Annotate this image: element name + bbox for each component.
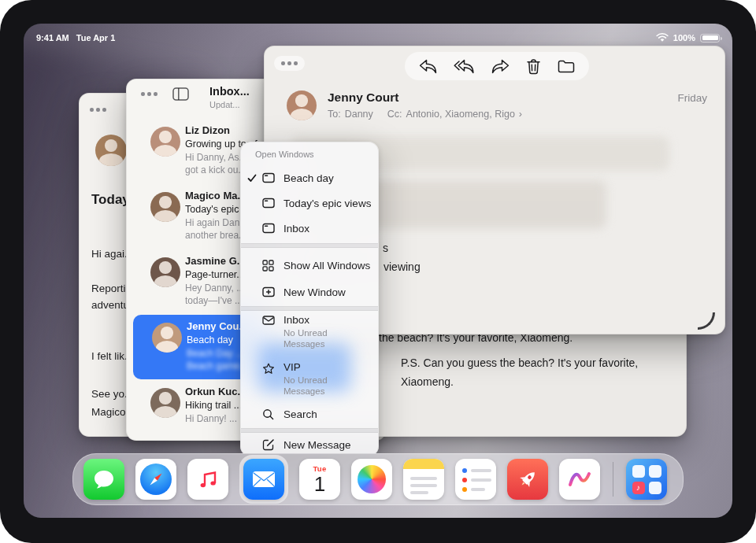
mail-app-icon[interactable] <box>243 459 284 500</box>
battery-icon <box>700 34 720 42</box>
message-recipients[interactable]: To: Danny Cc: Antonio, Xiaomeng, Rigo › <box>328 109 522 120</box>
message-preview: Hey Danny, ... <box>185 283 244 294</box>
message-sender-name: Jenny Court <box>328 90 398 105</box>
music-app-icon[interactable] <box>187 459 228 500</box>
menu-separator <box>241 243 378 248</box>
cc-label: Cc: <box>387 109 402 120</box>
menu-item-label: Inbox <box>284 223 309 235</box>
avatar <box>150 127 180 157</box>
message-date: Friday <box>677 92 707 104</box>
battery-percent: 100% <box>673 33 695 42</box>
menu-item-search[interactable]: Search <box>241 402 378 426</box>
sidebar-toggle-icon[interactable] <box>172 87 189 101</box>
body-text: P.S. Can you guess the beach? It's your … <box>401 356 638 369</box>
safari-app-icon[interactable] <box>135 459 176 500</box>
message-sender: Jasmine G... <box>185 255 246 267</box>
message-preview: another brea... <box>185 230 246 241</box>
menu-header: Open Windows <box>255 150 314 159</box>
menu-item-label: VIP <box>284 361 359 373</box>
to-value: Danny <box>345 109 373 120</box>
message-sender: Magico Ma... <box>185 190 246 201</box>
search-icon <box>262 408 284 420</box>
window-controls-button[interactable] <box>141 92 158 96</box>
forward-icon[interactable] <box>491 59 510 74</box>
menu-item-show-all-windows[interactable]: Show All Windows <box>241 253 378 278</box>
window-controls-button[interactable] <box>90 108 106 112</box>
window-controls-button[interactable] <box>274 56 305 71</box>
status-bar: 9:41 AM Tue Apr 1 100% <box>36 30 720 46</box>
open-windows-menu: Open Windows Beach day Today's epic view… <box>240 142 379 456</box>
menu-item-new-message[interactable]: New Message <box>241 434 378 455</box>
menu-item-label: Beach day <box>284 172 334 184</box>
to-label: To: <box>328 109 341 120</box>
chevron-right-icon: › <box>519 109 522 120</box>
avatar <box>95 135 127 166</box>
screen: 9:41 AM Tue Apr 1 100% Today... H <box>24 24 732 518</box>
message-sender: Jenny Cou... <box>187 320 247 332</box>
avatar <box>150 388 180 418</box>
dock: Tue 1 <box>72 453 684 505</box>
avatar <box>287 90 317 120</box>
envelope-icon <box>262 316 284 325</box>
notes-app-icon[interactable] <box>403 459 444 500</box>
menu-item-new-window[interactable]: New Window <box>241 279 378 305</box>
message-preview: today—I've ... <box>185 295 243 306</box>
message-subject: Page-turner... <box>185 269 245 280</box>
cc-value: Antonio, Xiaomeng, Rigo <box>406 109 515 120</box>
mailbox-status: Updat... <box>209 100 240 109</box>
window-resize-handle[interactable] <box>698 312 715 330</box>
message-subject: Hiking trail ... <box>185 400 242 411</box>
avatar <box>152 323 182 353</box>
avatar <box>150 257 180 287</box>
menu-item-sublabel: No Unread Messages <box>284 375 359 397</box>
message-sender: Liz Dizon <box>185 124 230 136</box>
app-library-icon[interactable]: ♪ <box>626 459 667 500</box>
menu-item-label: Today's epic views <box>284 198 371 209</box>
ipad-device: 9:41 AM Tue Apr 1 100% Today... H <box>0 0 756 543</box>
calendar-date-label: 1 <box>314 474 325 494</box>
menu-item-label: New Message <box>284 439 351 451</box>
grid-icon <box>262 260 284 272</box>
checkmark-icon <box>247 174 262 183</box>
body-text-fragment: s <box>383 242 388 254</box>
message-preview: Beach game... <box>187 360 247 371</box>
reply-all-icon[interactable] <box>454 59 475 74</box>
window-icon <box>262 223 284 234</box>
message-preview: Hi again Dan... <box>185 217 247 228</box>
menu-item-inbox-window[interactable]: Inbox <box>241 216 378 240</box>
body-text: Xiaomeng. <box>401 375 454 388</box>
menu-item-beach-day[interactable]: Beach day <box>241 166 378 190</box>
reminders-app-icon[interactable] <box>455 459 496 500</box>
window-icon <box>262 172 284 183</box>
message-subject: Beach day <box>187 334 233 345</box>
star-icon <box>262 363 284 375</box>
compose-icon <box>262 438 284 451</box>
status-date: Tue Apr 1 <box>76 33 116 42</box>
menu-item-label: Inbox <box>284 314 359 326</box>
status-time: 9:41 AM <box>36 33 69 42</box>
photos-app-icon[interactable] <box>351 459 392 500</box>
freeform-app-icon[interactable] <box>559 459 600 500</box>
menu-item-todays-epic-views[interactable]: Today's epic views <box>241 191 378 215</box>
mailbox-title: Inbox... <box>209 85 250 98</box>
message-preview: Hi Danny! ... <box>185 413 237 424</box>
reply-icon[interactable] <box>419 59 437 74</box>
message-preview: Hi Danny, As... <box>185 152 246 163</box>
rocket-app-icon[interactable] <box>507 459 548 500</box>
message-preview: Beach Day ... <box>187 348 243 359</box>
menu-item-label: Search <box>284 408 317 420</box>
menu-separator <box>241 428 378 433</box>
calendar-app-icon[interactable]: Tue 1 <box>299 459 340 500</box>
messages-app-icon[interactable] <box>83 459 124 500</box>
menu-item-label: Show All Windows <box>284 260 370 272</box>
menu-item-inbox-mailbox[interactable]: Inbox No Unread Messages <box>241 314 378 358</box>
trash-icon[interactable] <box>526 58 541 75</box>
avatar <box>150 192 180 222</box>
message-preview: got a kick ou... <box>185 164 246 175</box>
mail-app-active-highlight <box>239 455 288 504</box>
menu-item-vip[interactable]: VIP No Unread Messages <box>241 361 378 405</box>
menu-item-sublabel: No Unread Messages <box>284 327 359 349</box>
menu-separator <box>241 306 378 311</box>
folder-icon[interactable] <box>558 60 575 73</box>
wifi-icon <box>656 33 669 42</box>
